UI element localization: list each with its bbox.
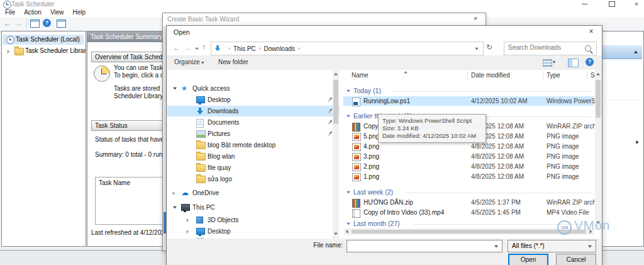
chevron-right-icon[interactable] [187,230,189,234]
nav-item-blog-bật-remote-desktop[interactable]: blog Bật remote desktop [167,140,340,150]
file-row-2-png[interactable]: 2.png4/8/2025 12:08 AMPNG image [343,162,594,171]
nav-label: file quay [208,162,231,173]
dialog-close-button[interactable]: × [582,26,601,38]
menu-view[interactable]: View [50,9,64,17]
address-dropdown-icon[interactable] [475,48,479,50]
column-header-type[interactable]: Type [547,70,560,82]
scroll-thumb[interactable] [333,80,338,124]
back-icon[interactable]: ← [4,19,11,28]
file-type-select[interactable]: All files (*.*) [508,240,596,252]
combo-dropdown-icon[interactable] [494,245,498,248]
chevron-right-icon[interactable] [173,191,175,195]
file-row-runninglow-ps1[interactable]: RunningLow.ps14/12/2025 10:02 AMWindows … [343,96,594,106]
nav-item-this-pc[interactable]: This PC [167,202,340,213]
file-row-1-png[interactable]: 1.png4/8/2025 12:08 AMPNG image [343,172,594,181]
group-collapse-icon[interactable] [347,191,350,194]
wizard-close-button[interactable]: × [468,14,483,22]
folder-icon [196,153,206,161]
group-collapse-icon[interactable] [347,223,350,225]
nav-item-desktop[interactable]: Desktop [167,226,340,237]
open-dialog: Open × ← → ↑ ›This PC›Downloads› ↻ Organ… [166,25,602,265]
address-bar[interactable]: ›This PC›Downloads› [211,42,484,55]
file-row-h-ng-d-n-zip[interactable]: HƯỚNG DẪN.zip4/5/2025 1:37 PMWinRAR ZIP … [343,198,594,207]
scroll-thumb[interactable] [596,80,601,118]
views-caret-icon[interactable]: ▾ [553,59,555,65]
list-scrollbar[interactable] [595,70,601,228]
nav-history-chevron-icon[interactable] [195,48,199,50]
scroll-thumb[interactable] [352,230,586,234]
file-type: WinRAR ZIP archive [547,121,595,131]
nav-item-onedrive[interactable]: ☁OneDrive [167,188,340,198]
maximize-button[interactable] [604,0,619,8]
open-button[interactable]: Open [508,254,548,265]
nav-up-icon[interactable]: ↑ [202,43,206,52]
search-icon[interactable] [585,45,591,52]
nav-item-desktop[interactable]: Desktop [167,94,340,105]
nav-item-file-quay[interactable]: file quay [167,162,340,173]
breadcrumb-separator: › [228,45,230,52]
minimize-button[interactable] [577,0,592,8]
nav-item-blog-wlan[interactable]: Blog wlan [167,151,340,162]
views-icon[interactable] [543,59,552,67]
close-button[interactable]: × [629,0,644,8]
tree-item-task-scheduler-local[interactable]: Task Scheduler (Local) [16,36,80,43]
file-name-input[interactable] [349,241,493,251]
console-window-icon[interactable] [30,20,40,28]
search-input[interactable] [507,43,584,52]
forward-icon[interactable]: → [15,19,23,28]
file-row-3-png[interactable]: 3.png4/8/2025 12:08 AMPNG image [343,152,594,161]
group-header[interactable]: Today (1) [343,86,594,96]
new-folder-button[interactable]: New folder [218,59,248,65]
group-collapse-icon[interactable] [347,90,350,93]
tree-item-task-scheduler-library[interactable]: Task Scheduler Library [25,47,86,54]
nav-item-documents[interactable]: Documents [167,117,340,128]
file-row-copy-of-intro-video-33-mp4[interactable]: Copy of Intro Video (33).mp44/5/2025 1:4… [343,208,594,217]
wizard-title-bar: Create Basic Task Wizard × [163,13,486,26]
scroll-up-icon[interactable] [334,73,338,76]
breadcrumb-this-pc[interactable]: This PC [233,45,256,52]
nav-item-quick-access[interactable]: ★Quick access [167,83,340,94]
nav-item-sửa-logo[interactable]: sửa logo [167,174,340,184]
file-name-combo[interactable] [347,240,502,252]
preview-pane-icon[interactable] [568,59,579,67]
chevron-down-icon[interactable] [173,87,177,90]
column-header-date-modified[interactable]: Date modified [471,70,510,82]
combo-dropdown-icon[interactable] [588,245,592,248]
column-header-s[interactable]: S [591,70,595,82]
breadcrumb-downloads[interactable]: Downloads [264,45,295,52]
scroll-up-icon[interactable] [596,73,600,76]
scroll-down-icon[interactable] [334,233,338,235]
nav-forward-icon[interactable]: → [184,43,192,52]
refresh-icon[interactable]: ↻ [486,43,492,52]
help-icon[interactable]: ? [43,19,51,27]
menu-file[interactable]: File [5,9,15,17]
search-box[interactable] [504,42,597,55]
actions-header[interactable] [602,45,642,59]
nav-item-downloads[interactable]: Downloads [167,106,340,116]
expand-icon[interactable] [636,140,639,144]
nav-item-3d-objects[interactable]: 3D Objects [167,215,340,225]
chevron-down-icon[interactable] [173,206,177,209]
group-header[interactable]: Last week (2) [343,188,594,197]
dialog-help-icon[interactable]: ? [586,58,594,66]
group-header[interactable]: Last month (27) [343,219,594,228]
scroll-left-icon[interactable] [346,230,348,234]
menu-help[interactable]: Help [72,9,86,17]
nav-scrollbar[interactable] [333,70,339,239]
library-folder-icon [14,48,24,55]
file-row-4-png[interactable]: 4.png4/8/2025 12:08 AMPNG image [343,142,594,151]
nav-item-pictures[interactable]: Pictures [167,128,340,139]
panel-window-icon[interactable] [57,20,66,28]
chevron-right-icon[interactable] [8,50,10,54]
nav-item-documents[interactable]: Documents [167,236,340,239]
collapse-icon[interactable] [634,51,638,54]
organize-button[interactable]: Organize ▾ [174,59,204,65]
column-header-name[interactable]: Name [352,70,369,82]
menu-action[interactable]: Action [24,9,42,17]
chevron-right-icon[interactable] [187,218,189,222]
cancel-button[interactable]: Cancel [556,254,596,265]
pc-icon [181,204,190,211]
group-collapse-icon[interactable] [347,115,350,118]
folder-icon [196,164,206,172]
nav-back-icon[interactable]: ← [173,43,180,52]
